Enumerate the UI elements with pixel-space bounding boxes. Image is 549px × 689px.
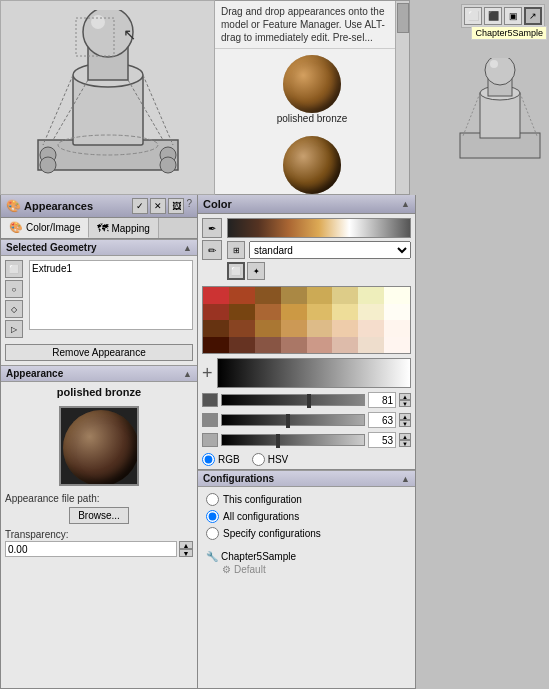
color-swatch-bar[interactable] — [227, 218, 411, 238]
pc-3[interactable] — [255, 287, 281, 304]
pc-9[interactable] — [203, 304, 229, 321]
standard-dropdown[interactable]: standard — [249, 241, 411, 259]
config-radio-1[interactable] — [206, 493, 219, 506]
pc-25[interactable] — [203, 337, 229, 354]
pc-2[interactable] — [229, 287, 255, 304]
config-option-3[interactable]: Specify configurations — [206, 525, 407, 542]
pc-22[interactable] — [332, 320, 358, 337]
config-radio-2[interactable] — [206, 510, 219, 523]
geo-icon-2[interactable]: ○ — [5, 280, 23, 298]
pc-27[interactable] — [255, 337, 281, 354]
geometry-box: ⬜ ○ ◇ ▷ Extrude1 — [1, 256, 197, 342]
pixel-palette[interactable] — [202, 286, 411, 354]
color-collapse[interactable]: ▲ — [401, 199, 410, 209]
sphere-item-polished[interactable]: polished bronze — [215, 49, 409, 130]
value-input-1[interactable] — [368, 392, 396, 408]
rgb-radio[interactable] — [202, 453, 215, 466]
slider-thumb-1[interactable] — [307, 394, 311, 408]
pc-24[interactable] — [384, 320, 410, 337]
pc-17[interactable] — [203, 320, 229, 337]
pc-4[interactable] — [281, 287, 307, 304]
hsv-option[interactable]: HSV — [252, 453, 289, 466]
pc-32[interactable] — [384, 337, 410, 354]
help-icon[interactable]: ? — [186, 198, 192, 214]
tree-item-default[interactable]: ⚙ Default — [206, 563, 407, 576]
slider-1[interactable] — [221, 394, 365, 406]
pc-18[interactable] — [229, 320, 255, 337]
eyedropper-icon[interactable]: ✒ — [202, 218, 222, 238]
pc-13[interactable] — [307, 304, 333, 321]
hsv-radio[interactable] — [252, 453, 265, 466]
slider-2[interactable] — [221, 414, 365, 426]
pc-1[interactable] — [203, 287, 229, 304]
pc-19[interactable] — [255, 320, 281, 337]
pc-30[interactable] — [332, 337, 358, 354]
pc-23[interactable] — [358, 320, 384, 337]
pc-15[interactable] — [358, 304, 384, 321]
toolbar-btn-cursor[interactable]: ↗ — [524, 7, 542, 25]
spin-up-1[interactable]: ▲ — [399, 393, 411, 400]
toolbar-btn-3[interactable]: ▣ — [504, 7, 522, 25]
value-input-2[interactable] — [368, 412, 396, 428]
tree-item-chapter[interactable]: 🔧 Chapter5Sample — [206, 550, 407, 563]
geo-icon-3[interactable]: ◇ — [5, 300, 23, 318]
image-icon-btn[interactable]: 🖼 — [168, 198, 184, 214]
color-small-icons: ⬜ ✦ — [227, 262, 411, 280]
slider-3[interactable] — [221, 434, 365, 446]
geometry-list[interactable]: Extrude1 — [29, 260, 193, 330]
pc-29[interactable] — [307, 337, 333, 354]
remove-appearance-btn[interactable]: Remove Appearance — [5, 344, 193, 361]
config-radio-3[interactable] — [206, 527, 219, 540]
spin-down-1[interactable]: ▼ — [399, 400, 411, 407]
pc-21[interactable] — [307, 320, 333, 337]
tab-mapping[interactable]: 🗺 Mapping — [89, 218, 158, 238]
geo-icon-1[interactable]: ⬜ — [5, 260, 23, 278]
pc-7[interactable] — [358, 287, 384, 304]
sphere-item-brushed[interactable]: brushed bronze — [215, 130, 409, 195]
pc-12[interactable] — [281, 304, 307, 321]
transparency-up[interactable]: ▲ — [179, 541, 193, 549]
crosshair-icon[interactable]: + — [202, 363, 213, 384]
config-tree: 🔧 Chapter5Sample ⚙ Default — [198, 546, 415, 580]
rgb-option[interactable]: RGB — [202, 453, 240, 466]
pc-6[interactable] — [332, 287, 358, 304]
pc-5[interactable] — [307, 287, 333, 304]
color-square-icon[interactable]: ⬜ — [227, 262, 245, 280]
pc-31[interactable] — [358, 337, 384, 354]
selected-geo-collapse[interactable]: ▲ — [183, 243, 192, 253]
grid-icon[interactable]: ⊞ — [227, 241, 245, 259]
scroll-thumb[interactable] — [397, 3, 409, 33]
pc-14[interactable] — [332, 304, 358, 321]
pc-11[interactable] — [255, 304, 281, 321]
spin-down-3[interactable]: ▼ — [399, 440, 411, 447]
cross-icon-btn[interactable]: ✕ — [150, 198, 166, 214]
pc-8[interactable] — [384, 287, 410, 304]
configurations-collapse[interactable]: ▲ — [401, 474, 410, 484]
transparency-input[interactable] — [5, 541, 177, 557]
pencil-icon[interactable]: ✏ — [202, 240, 222, 260]
slider-thumb-3[interactable] — [276, 434, 280, 448]
config-option-2[interactable]: All configurations — [206, 508, 407, 525]
pc-26[interactable] — [229, 337, 255, 354]
geo-icon-4[interactable]: ▷ — [5, 320, 23, 338]
spin-down-2[interactable]: ▼ — [399, 420, 411, 427]
toolbar-btn-2[interactable]: ⬛ — [484, 7, 502, 25]
pc-10[interactable] — [229, 304, 255, 321]
check-icon-btn[interactable]: ✓ — [132, 198, 148, 214]
value-input-3[interactable] — [368, 432, 396, 448]
spin-up-3[interactable]: ▲ — [399, 433, 411, 440]
transparency-down[interactable]: ▼ — [179, 549, 193, 557]
spin-up-2[interactable]: ▲ — [399, 413, 411, 420]
toolbar-btn-1[interactable]: ⬜ — [464, 7, 482, 25]
tab-color-image[interactable]: 🎨 Color/Image — [1, 218, 89, 238]
config-option-1[interactable]: This configuration — [206, 491, 407, 508]
appearances-scrollbar[interactable] — [395, 1, 409, 194]
browse-btn[interactable]: Browse... — [69, 507, 129, 524]
pc-28[interactable] — [281, 337, 307, 354]
slider-thumb-2[interactable] — [286, 414, 290, 428]
pc-20[interactable] — [281, 320, 307, 337]
appearance-collapse[interactable]: ▲ — [183, 369, 192, 379]
color-adjust-icon[interactable]: ✦ — [247, 262, 265, 280]
gradient-strip[interactable] — [217, 358, 411, 388]
pc-16[interactable] — [384, 304, 410, 321]
